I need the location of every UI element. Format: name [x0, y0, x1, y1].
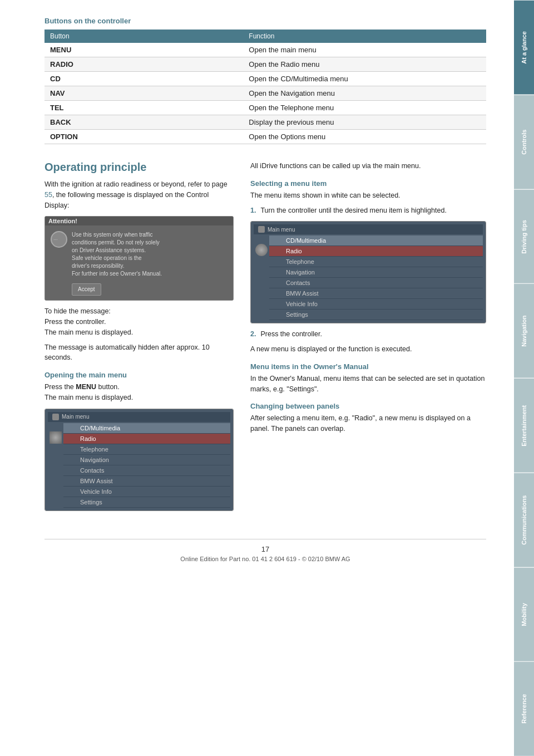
- function-cell: Open the Navigation menu: [243, 86, 486, 101]
- table-row: NAVOpen the Navigation menu: [44, 86, 486, 101]
- selecting-menu-item-heading: Selecting a menu item: [250, 179, 486, 188]
- menu-item: Navigation: [269, 267, 483, 278]
- table-row: BACKDisplay the previous menu: [44, 115, 486, 130]
- menu-item: Contacts: [269, 278, 483, 288]
- footer: 17 Online Edition for Part no. 01 41 2 6…: [44, 539, 486, 562]
- table-row: OPTIONOpen the Options menu: [44, 130, 486, 144]
- page-number: 17: [44, 545, 486, 553]
- sidebar: At a glance Controls Driving tips Naviga…: [514, 0, 534, 756]
- menu-item: Radio: [63, 434, 230, 444]
- intro-paragraph: With the ignition at radio readiness or …: [44, 179, 234, 210]
- function-cell: Open the main menu: [243, 43, 486, 57]
- selecting-text: The menu items shown in white can be sel…: [250, 190, 486, 201]
- button-cell: RADIO: [44, 57, 243, 72]
- auto-hidden-text: The message is automatically hidden afte…: [44, 342, 234, 364]
- controller-icon: [51, 231, 67, 248]
- right-column: All iDrive functions can be called up vi…: [250, 161, 486, 517]
- table-row: TELOpen the Telephone menu: [44, 101, 486, 115]
- accept-button[interactable]: Accept: [72, 283, 101, 296]
- sidebar-tab-at-a-glance[interactable]: At a glance: [514, 0, 534, 95]
- menu-bar-icon: [52, 414, 59, 420]
- step-2-result: A new menu is displayed or the function …: [250, 344, 486, 355]
- sidebar-tab-reference[interactable]: Reference: [514, 661, 534, 756]
- button-cell: CD: [44, 72, 243, 86]
- table-row: RADIOOpen the Radio menu: [44, 57, 486, 72]
- menu-item: Contacts: [63, 465, 230, 476]
- menu-bar-icon-right: [258, 226, 265, 233]
- changing-panels-heading: Changing between panels: [250, 402, 486, 410]
- button-cell: MENU: [44, 43, 243, 57]
- operating-principle-heading: Operating principle: [44, 161, 234, 174]
- function-cell: Open the Telephone menu: [243, 101, 486, 115]
- step-2: 2. Press the controller.: [250, 329, 486, 340]
- owners-manual-heading: Menu items in the Owner's Manual: [250, 362, 486, 371]
- menu-item: Vehicle Info: [269, 299, 483, 310]
- button-cell: NAV: [44, 86, 243, 101]
- buttons-section-title: Buttons on the controller: [44, 17, 486, 25]
- menu-bar-title-left: Main menu: [48, 412, 230, 422]
- copyright-text: Online Edition for Part no. 01 41 2 604 …: [180, 556, 350, 562]
- menu-item: Settings: [63, 497, 230, 508]
- main-menu-screen-left: Main menu CD/MultimediaRadioTelephoneNav…: [44, 409, 234, 511]
- menu-item: CD/Multimedia: [63, 423, 230, 434]
- table-row: CDOpen the CD/Multimedia menu: [44, 72, 486, 86]
- sidebar-tab-entertainment[interactable]: Entertainment: [514, 378, 534, 473]
- left-column: Operating principle With the ignition at…: [44, 161, 234, 517]
- function-cell: Open the Radio menu: [243, 57, 486, 72]
- function-cell: Display the previous menu: [243, 115, 486, 130]
- attention-box: Attention! Use this system only when tra…: [45, 217, 233, 300]
- button-table: Button Function MENUOpen the main menuRA…: [44, 30, 486, 144]
- menu-item: Telephone: [269, 257, 483, 267]
- col-header-function: Function: [243, 30, 486, 43]
- menu-item: Telephone: [63, 444, 230, 455]
- owners-manual-text: In the Owner's Manual, menu items that c…: [250, 374, 486, 395]
- opening-main-menu-heading: Opening the main menu: [44, 371, 234, 379]
- menu-item: Settings: [269, 310, 483, 320]
- attention-body: Use this system only when traffic condit…: [72, 231, 228, 296]
- sidebar-tab-mobility[interactable]: Mobility: [514, 567, 534, 662]
- sidebar-tab-communications[interactable]: Communications: [514, 473, 534, 567]
- menu-item: Navigation: [63, 455, 230, 465]
- buttons-section: Buttons on the controller Button Functio…: [44, 17, 486, 144]
- menu-item: CD/Multimedia: [269, 235, 483, 246]
- menu-item: Radio: [269, 246, 483, 257]
- sidebar-tab-controls[interactable]: Controls: [514, 95, 534, 189]
- all-functions-text: All iDrive functions can be called up vi…: [250, 161, 486, 171]
- menu-item: Vehicle Info: [63, 487, 230, 497]
- main-menu-screen-right: Main menu CD/MultimediaRadioTelephoneNav…: [250, 221, 486, 323]
- attention-screen: Attention! Use this system only when tra…: [44, 216, 234, 301]
- col-header-button: Button: [44, 30, 243, 43]
- function-cell: Open the CD/Multimedia menu: [243, 72, 486, 86]
- changing-panels-text: After selecting a menu item, e.g. "Radio…: [250, 413, 486, 434]
- button-cell: BACK: [44, 115, 243, 130]
- page-ref-link[interactable]: 55: [44, 191, 52, 199]
- main-content: Buttons on the controller Button Functio…: [0, 0, 514, 756]
- opening-main-menu-text: Press the MENU button. The main menu is …: [44, 382, 234, 403]
- menu-item: BMW Assist: [269, 288, 483, 299]
- button-cell: TEL: [44, 101, 243, 115]
- step-1: 1. Turn the controller until the desired…: [250, 205, 486, 216]
- menu-item: BMW Assist: [63, 476, 230, 487]
- operating-principle-section: Operating principle With the ignition at…: [44, 161, 486, 517]
- sidebar-tab-navigation[interactable]: Navigation: [514, 283, 534, 378]
- menu-bar-title-right: Main menu: [254, 224, 483, 234]
- attention-title: Attention!: [45, 217, 233, 225]
- button-cell: OPTION: [44, 130, 243, 144]
- hide-message-text: To hide the message: Press the controlle…: [44, 306, 234, 337]
- table-row: MENUOpen the main menu: [44, 43, 486, 57]
- function-cell: Open the Options menu: [243, 130, 486, 144]
- sidebar-tab-driving-tips[interactable]: Driving tips: [514, 189, 534, 284]
